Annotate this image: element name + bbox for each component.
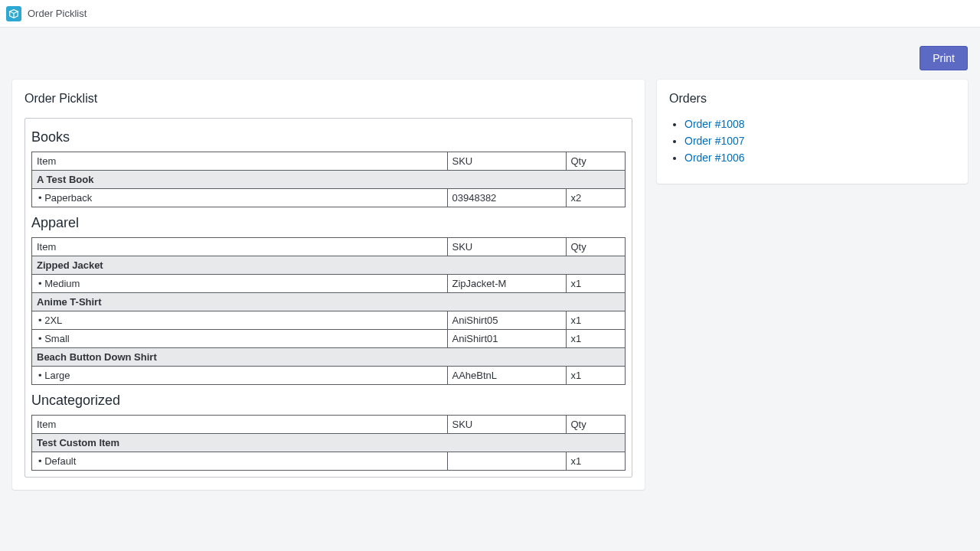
group-name: Beach Button Down Shirt (32, 348, 626, 367)
qty-cell: x1 (566, 452, 626, 471)
order-link[interactable]: Order #1008 (684, 118, 745, 130)
group-row: Beach Button Down Shirt (32, 348, 626, 367)
column-header-item: Item (32, 152, 448, 171)
picklist-section: ApparelItemSKUQtyZipped JacketMediumZipJ… (31, 215, 626, 385)
qty-cell: x1 (566, 275, 626, 293)
column-header-sku: SKU (447, 416, 566, 434)
group-name: A Test Book (32, 171, 626, 189)
column-header-item: Item (32, 238, 448, 256)
variant-name: Medium (32, 275, 448, 293)
sku-cell: AniShirt05 (447, 311, 566, 330)
picklist-table: ItemSKUQtyZipped JacketMediumZipJacket-M… (31, 237, 626, 385)
picklist-table: ItemSKUQtyTest Custom ItemDefaultx1 (31, 415, 626, 471)
picklist-section: BooksItemSKUQtyA Test BookPaperback03948… (31, 129, 626, 207)
table-row: Defaultx1 (32, 452, 626, 471)
picklist-section: UncategorizedItemSKUQtyTest Custom ItemD… (31, 393, 626, 471)
list-item: Order #1006 (684, 152, 956, 164)
section-title: Books (31, 129, 626, 145)
qty-cell: x1 (566, 311, 626, 330)
sku-cell: 03948382 (447, 189, 566, 207)
orders-card: Orders Order #1008Order #1007Order #1006 (657, 80, 968, 184)
table-row: Paperback03948382x2 (32, 189, 626, 207)
list-item: Order #1008 (684, 118, 956, 130)
table-row: SmallAniShirt01x1 (32, 330, 626, 348)
qty-cell: x1 (566, 330, 626, 348)
top-bar: Order Picklist (0, 0, 980, 28)
section-title: Uncategorized (31, 393, 626, 409)
column-header-qty: Qty (566, 152, 626, 171)
group-row: Zipped Jacket (32, 256, 626, 275)
sku-cell: AAheBtnL (447, 367, 566, 385)
orders-list: Order #1008Order #1007Order #1006 (669, 118, 956, 164)
column-header-qty: Qty (566, 416, 626, 434)
order-link[interactable]: Order #1006 (684, 152, 745, 164)
column-header-item: Item (32, 416, 448, 434)
column-header-sku: SKU (447, 152, 566, 171)
group-name: Zipped Jacket (32, 256, 626, 275)
column-header-qty: Qty (566, 238, 626, 256)
group-name: Test Custom Item (32, 434, 626, 452)
variant-name: 2XL (32, 311, 448, 330)
orders-title: Orders (669, 92, 956, 106)
variant-name: Small (32, 330, 448, 348)
group-name: Anime T-Shirt (32, 293, 626, 311)
picklist-title: Order Picklist (24, 92, 632, 106)
column-header-sku: SKU (447, 238, 566, 256)
picklist-table: ItemSKUQtyA Test BookPaperback03948382x2 (31, 152, 626, 207)
variant-name: Paperback (32, 189, 448, 207)
list-item: Order #1007 (684, 135, 956, 147)
table-row: 2XLAniShirt05x1 (32, 311, 626, 330)
qty-cell: x1 (566, 367, 626, 385)
picklist-sections: BooksItemSKUQtyA Test BookPaperback03948… (24, 118, 632, 478)
app-icon (6, 6, 21, 21)
variant-name: Default (32, 452, 448, 471)
order-link[interactable]: Order #1007 (684, 135, 745, 147)
sku-cell: AniShirt01 (447, 330, 566, 348)
variant-name: Large (32, 367, 448, 385)
sku-cell (447, 452, 566, 471)
picklist-card: Order Picklist BooksItemSKUQtyA Test Boo… (12, 80, 645, 490)
qty-cell: x2 (566, 189, 626, 207)
section-title: Apparel (31, 215, 626, 231)
sku-cell: ZipJacket-M (447, 275, 566, 293)
group-row: Test Custom Item (32, 434, 626, 452)
table-row: MediumZipJacket-Mx1 (32, 275, 626, 293)
group-row: A Test Book (32, 171, 626, 189)
group-row: Anime T-Shirt (32, 293, 626, 311)
app-title: Order Picklist (28, 8, 87, 19)
table-row: LargeAAheBtnLx1 (32, 367, 626, 385)
print-button[interactable]: Print (920, 46, 968, 70)
